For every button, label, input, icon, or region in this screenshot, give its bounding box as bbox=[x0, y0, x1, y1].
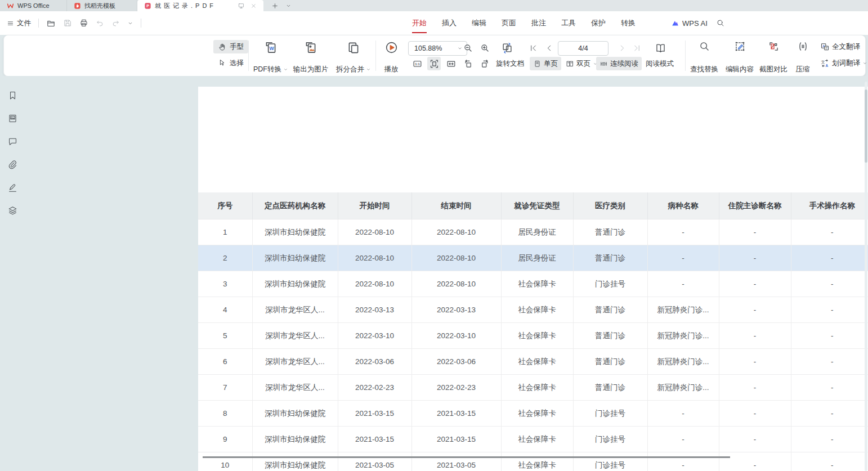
actual-size-button[interactable] bbox=[410, 57, 424, 70]
monitor-icon[interactable] bbox=[238, 2, 245, 10]
table-row: 8深圳市妇幼保健院 2021-03-152021-03-15 社会保障卡门诊挂号… bbox=[198, 401, 868, 427]
tab-document-pdf[interactable]: 就医记录.PDF bbox=[137, 0, 263, 11]
table-cell: 深圳市龙华区人... bbox=[252, 297, 338, 323]
table-cell: 深圳市龙华区人... bbox=[252, 323, 338, 349]
menu-item[interactable]: 转换 bbox=[621, 18, 636, 28]
menu-item[interactable]: 插入 bbox=[442, 18, 457, 28]
rotate-document-label[interactable]: 旋转文档 bbox=[496, 59, 524, 69]
table-cell: 2022-02-23 bbox=[411, 375, 501, 401]
layers-panel-button[interactable] bbox=[7, 205, 19, 216]
table-row: 3深圳市妇幼保健院 2022-08-102022-08-10 社会保障卡门诊挂号… bbox=[198, 271, 868, 297]
fit-width-button[interactable] bbox=[444, 57, 458, 70]
play-button[interactable]: 播放 bbox=[379, 39, 404, 77]
pdf-file-icon bbox=[144, 2, 151, 10]
table-cell: - bbox=[791, 245, 868, 271]
read-mode-label[interactable]: 阅读模式 bbox=[646, 59, 674, 69]
table-row: 5深圳市龙华区人... 2022-03-102022-03-10 社会保障卡普通… bbox=[198, 323, 868, 349]
table-header-row: 序号定点医药机构名称开始时间结束时间就诊凭证类型医疗类别病种名称住院主诊断名称手… bbox=[198, 192, 868, 219]
table-cell: 2022-02-23 bbox=[338, 375, 411, 401]
attachment-panel-button[interactable] bbox=[7, 159, 19, 170]
rotate-right-button[interactable] bbox=[478, 57, 491, 70]
pdf-convert-button[interactable]: PDF转换 bbox=[252, 39, 289, 77]
first-page-button[interactable] bbox=[526, 41, 540, 55]
table-cell: 2021-03-05 bbox=[338, 452, 411, 471]
compress-button[interactable]: 压缩 bbox=[791, 39, 815, 77]
menu-item[interactable]: 开始 bbox=[412, 18, 427, 28]
screenshot-compare-button[interactable]: 截图对比 bbox=[757, 39, 790, 77]
hand-tool-button[interactable]: 手型 bbox=[213, 40, 248, 53]
single-page-icon bbox=[533, 60, 542, 68]
window-tab-bar: WPS Office 找稻壳模板 就医记录.PDF bbox=[0, 0, 868, 11]
menu-item[interactable]: 批注 bbox=[531, 18, 546, 28]
last-page-button[interactable] bbox=[630, 41, 643, 55]
table-cell: 普通门诊 bbox=[573, 349, 647, 375]
thumbnail-panel-button[interactable] bbox=[7, 113, 19, 124]
page-number-input[interactable]: 4/4 bbox=[558, 41, 609, 56]
menu-item[interactable]: 页面 bbox=[502, 18, 516, 28]
double-page-icon bbox=[566, 60, 574, 68]
menu-item[interactable]: 工具 bbox=[561, 18, 576, 28]
select-tool-button[interactable]: 选择 bbox=[213, 56, 248, 70]
menu-item[interactable]: 保护 bbox=[591, 18, 606, 28]
tab-wps-office[interactable]: WPS Office bbox=[0, 0, 67, 11]
table-cell: - bbox=[647, 245, 719, 271]
table-cell: - bbox=[791, 375, 868, 401]
new-tab-plus-icon[interactable] bbox=[271, 2, 279, 10]
save-icon[interactable] bbox=[63, 19, 72, 28]
read-mode-button[interactable] bbox=[654, 41, 667, 55]
rotate-left-button[interactable] bbox=[461, 57, 475, 70]
zoom-out-button[interactable] bbox=[461, 41, 475, 55]
comment-panel-button[interactable] bbox=[7, 136, 19, 147]
table-cell: 社会保障卡 bbox=[501, 297, 573, 323]
table-cell: 8 bbox=[198, 401, 252, 427]
edit-content-button[interactable]: 编辑内容 bbox=[723, 39, 756, 77]
table-cell: 7 bbox=[198, 375, 252, 401]
export-as-image-button[interactable]: 输出为图片 bbox=[290, 39, 331, 77]
full-text-translate-button[interactable]: 全文翻译 bbox=[817, 40, 863, 53]
redo-icon[interactable] bbox=[111, 19, 120, 28]
search-icon[interactable] bbox=[716, 19, 725, 28]
wps-ai-button[interactable]: WPS AI bbox=[671, 11, 708, 35]
find-replace-button[interactable]: 查找替换 bbox=[688, 39, 721, 77]
zoom-level-select[interactable]: 105.88% bbox=[408, 41, 467, 56]
table-cell: 门诊挂号 bbox=[573, 271, 647, 297]
fit-page-button[interactable] bbox=[427, 57, 441, 70]
embedded-horizontal-scrollbar[interactable] bbox=[203, 456, 730, 458]
select-tool-label: 选择 bbox=[230, 59, 244, 68]
tab-docer-templates[interactable]: 找稻壳模板 bbox=[67, 0, 137, 11]
word-translate-button[interactable]: 划词翻译 bbox=[817, 56, 868, 70]
table-row: 6深圳市龙华区人... 2022-03-062022-03-06 社会保障卡普通… bbox=[198, 349, 868, 375]
first-page-icon bbox=[529, 44, 538, 52]
bookmark-panel-button[interactable] bbox=[7, 89, 19, 101]
table-cell: 深圳市妇幼保健院 bbox=[252, 271, 338, 297]
table-header-cell: 开始时间 bbox=[338, 192, 411, 219]
previous-page-button[interactable] bbox=[542, 41, 556, 55]
vertical-scrollbar-thumb[interactable] bbox=[865, 89, 867, 163]
double-page-button[interactable]: 双页 bbox=[562, 57, 601, 70]
print-icon[interactable] bbox=[79, 19, 88, 28]
export-image-label: 输出为图片 bbox=[293, 65, 329, 74]
menu-item[interactable]: 编辑 bbox=[472, 18, 486, 28]
next-page-button[interactable] bbox=[615, 41, 629, 55]
wps-ai-label: WPS AI bbox=[682, 19, 708, 28]
ribbon-toolbar: 手型 选择 PDF转换 输出为图片 拆分合并 播放 105.88% bbox=[3, 35, 866, 77]
table-header-cell: 手术操作名称 bbox=[791, 192, 868, 219]
single-page-label: 单页 bbox=[544, 59, 558, 69]
divider bbox=[375, 41, 376, 71]
left-panel-strip bbox=[0, 76, 25, 471]
continuous-read-button[interactable]: 连续阅读 bbox=[596, 57, 642, 70]
annotation-panel-button[interactable] bbox=[7, 182, 19, 193]
replace-page-button[interactable] bbox=[500, 41, 514, 55]
table-row: 7深圳市龙华区人... 2022-02-232022-02-23 社会保障卡普通… bbox=[198, 375, 868, 401]
close-tab-icon[interactable] bbox=[250, 3, 257, 9]
table-header-cell: 住院主诊断名称 bbox=[719, 192, 791, 219]
quick-access-chevron-icon[interactable] bbox=[127, 20, 133, 26]
split-merge-button[interactable]: 拆分合并 bbox=[333, 39, 374, 77]
table-cell: 社会保障卡 bbox=[501, 271, 573, 297]
file-menu-button[interactable]: 文件 bbox=[7, 19, 31, 28]
zoom-in-button[interactable] bbox=[478, 41, 491, 55]
single-page-button[interactable]: 单页 bbox=[530, 57, 561, 70]
open-folder-icon[interactable] bbox=[46, 19, 56, 28]
tab-list-chevron-icon[interactable] bbox=[285, 3, 292, 9]
undo-icon[interactable] bbox=[96, 19, 104, 28]
